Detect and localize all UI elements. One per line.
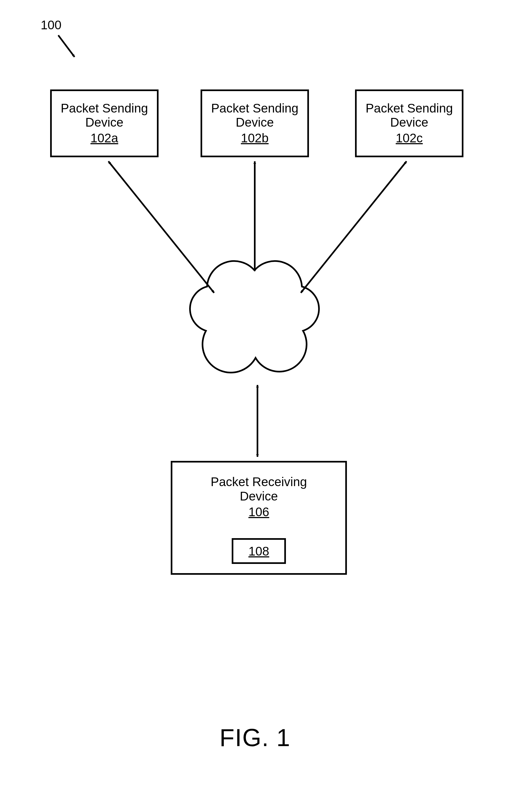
subcomponent-ref: 108 bbox=[248, 544, 269, 559]
device-label: Device bbox=[240, 489, 278, 504]
device-label: Packet Receiving bbox=[211, 475, 307, 489]
network-cloud-label: Network 104 bbox=[217, 323, 298, 353]
svg-line-1 bbox=[109, 161, 214, 293]
device-ref: 102b bbox=[241, 131, 269, 146]
diagram-canvas: 100 Packet Sending Device 102a Packet Se… bbox=[0, 0, 532, 793]
network-ref: 104 bbox=[217, 338, 298, 353]
packet-sending-device-c: Packet Sending Device 102c bbox=[355, 90, 463, 157]
device-label: Packet Sending bbox=[61, 101, 148, 115]
packet-sending-device-b: Packet Sending Device 102b bbox=[201, 90, 309, 157]
device-ref: 106 bbox=[248, 505, 269, 520]
device-label: Packet Sending bbox=[366, 101, 453, 115]
device-label: Device bbox=[390, 115, 429, 130]
network-cloud-icon bbox=[190, 261, 319, 373]
figure-caption: FIG. 1 bbox=[220, 724, 290, 752]
packet-sending-device-a: Packet Sending Device 102a bbox=[50, 90, 158, 157]
receiver-subcomponent: 108 bbox=[232, 538, 286, 564]
svg-line-0 bbox=[58, 35, 75, 57]
device-ref: 102c bbox=[396, 131, 423, 146]
network-title: Network bbox=[217, 323, 298, 337]
device-label: Device bbox=[236, 115, 274, 130]
figure-reference-number: 100 bbox=[41, 18, 61, 32]
svg-line-3 bbox=[301, 161, 406, 293]
device-ref: 102a bbox=[91, 131, 118, 146]
device-label: Device bbox=[86, 115, 124, 130]
device-label: Packet Sending bbox=[211, 101, 298, 115]
